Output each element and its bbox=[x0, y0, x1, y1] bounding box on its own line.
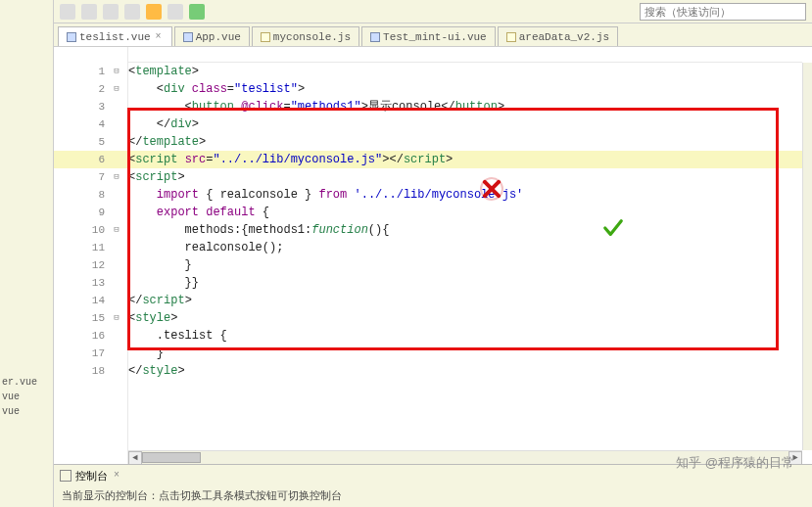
vue-file-icon bbox=[370, 32, 380, 42]
vue-file-icon bbox=[183, 32, 193, 42]
toolbar-icon[interactable] bbox=[189, 4, 205, 20]
console-panel: 控制台 × 当前显示的控制台：点击切换工具条模式按钮可切换控制台 bbox=[54, 464, 812, 507]
toolbar-icon[interactable] bbox=[124, 4, 140, 20]
scrollbar-horizontal[interactable]: ◄ ► bbox=[128, 450, 802, 464]
tab-label: Test_mint-ui.vue bbox=[383, 31, 487, 43]
scroll-right-arrow[interactable]: ► bbox=[788, 451, 802, 464]
search-input[interactable] bbox=[640, 3, 806, 21]
project-tree-strip: er.vue vue vue bbox=[0, 0, 54, 507]
close-icon[interactable]: × bbox=[154, 32, 164, 42]
console-message: 当前显示的控制台：点击切换工具条模式按钮可切换控制台 bbox=[54, 486, 812, 505]
toolbar-icon[interactable] bbox=[146, 4, 162, 20]
toolbar bbox=[54, 0, 812, 23]
tab-areadata[interactable]: areaData_v2.js bbox=[498, 26, 618, 46]
close-icon[interactable]: × bbox=[112, 471, 121, 481]
toolbar-icon[interactable] bbox=[81, 4, 97, 20]
tab-label: areaData_v2.js bbox=[519, 31, 609, 43]
vue-file-icon bbox=[67, 32, 76, 42]
toolbar-icon[interactable] bbox=[167, 4, 183, 20]
tab-label: App.vue bbox=[196, 31, 241, 43]
tab-myconsole[interactable]: myconsole.js bbox=[252, 26, 359, 46]
scroll-left-arrow[interactable]: ◄ bbox=[128, 451, 142, 464]
scrollbar-vertical[interactable] bbox=[802, 63, 812, 450]
tree-item[interactable]: vue bbox=[2, 404, 51, 419]
toolbar-icon[interactable] bbox=[60, 4, 75, 20]
tab-label: teslist.vue bbox=[79, 31, 151, 43]
js-file-icon bbox=[261, 32, 270, 42]
tab-teslist[interactable]: teslist.vue × bbox=[58, 26, 172, 46]
tree-item[interactable]: vue bbox=[2, 390, 51, 404]
toolbar-icon[interactable] bbox=[103, 4, 119, 20]
editor-tab-bar: teslist.vue × App.vue myconsole.js Test_… bbox=[54, 23, 812, 47]
console-icon bbox=[60, 470, 72, 482]
scroll-thumb[interactable] bbox=[142, 452, 201, 463]
tab-testmint[interactable]: Test_mint-ui.vue bbox=[361, 26, 496, 46]
tab-label: myconsole.js bbox=[273, 31, 351, 43]
tree-item[interactable]: er.vue bbox=[2, 375, 51, 390]
console-tab-label[interactable]: 控制台 bbox=[75, 469, 108, 484]
tab-appvue[interactable]: App.vue bbox=[174, 26, 250, 46]
code-editor[interactable]: 1⊟<template> 2⊟ <div class="teslist"> 3 … bbox=[54, 47, 812, 464]
js-file-icon bbox=[506, 32, 516, 42]
